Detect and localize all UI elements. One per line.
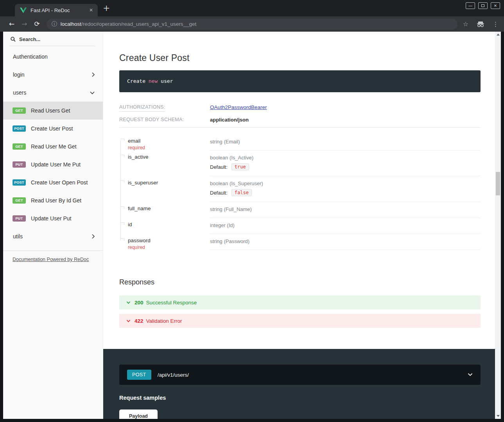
field-name: full_name	[128, 206, 151, 211]
address-bar[interactable]: ⓘ localhost/redoc#operation/read_users_a…	[47, 19, 457, 30]
field-name: password	[128, 238, 151, 243]
search-icon	[11, 37, 16, 42]
field-type: integer (Id)	[210, 218, 481, 234]
browser-toolbar: ← → ⟳ ⓘ localhost/redoc#operation/read_u…	[0, 16, 504, 32]
search-underline	[9, 46, 95, 46]
field-name: is_active	[128, 154, 149, 160]
forward-icon[interactable]: →	[22, 21, 27, 27]
method-badge-put: PUT	[13, 161, 26, 168]
default-value-chip: true	[231, 163, 249, 170]
search-row	[3, 32, 103, 42]
browser-menu-icon[interactable]: ⋮	[493, 21, 499, 28]
scroll-down-arrow[interactable]	[495, 413, 501, 419]
operation-description-code: Create new user	[119, 70, 481, 92]
tab-title: Fast API - ReDoc	[30, 7, 89, 13]
scroll-up-arrow[interactable]	[495, 32, 501, 38]
maximize-icon	[481, 4, 484, 7]
payload-tab[interactable]: Payload	[119, 409, 158, 419]
bookmark-star-icon[interactable]: ☆	[463, 20, 468, 28]
response-200-row[interactable]: 200 Successful Response	[119, 295, 481, 309]
sidebar-endpoint-read-user-by-id-get[interactable]: GET Read User By Id Get	[3, 191, 103, 209]
redoc-footer-link[interactable]: Documentation Powered by ReDoc	[13, 257, 89, 262]
search-input[interactable]	[19, 36, 86, 42]
chevron-right-icon	[91, 234, 95, 239]
sidebar-endpoint-read-users-get[interactable]: GET Read Users Get	[3, 102, 103, 120]
new-tab-button[interactable]: +	[103, 3, 110, 13]
authorizations-row: AUTHORIZATIONS: OAuth2PasswordBearer	[119, 104, 481, 110]
method-badge-get: GET	[13, 107, 26, 114]
sidebar-item-utils[interactable]: utils	[3, 227, 103, 245]
field-name: id	[128, 222, 132, 227]
site-info-icon[interactable]: ⓘ	[52, 21, 57, 28]
url-path: /redoc#operation/read_users_api_v1_users…	[81, 21, 196, 27]
browser-window: Fast API - ReDoc ✕ + — ✕ ← → ⟳ ⓘ localho…	[0, 0, 504, 422]
schema-field-id: id integer (Id)	[119, 218, 481, 234]
tab-close-icon[interactable]: ✕	[89, 7, 93, 13]
response-label: Successful Response	[146, 300, 197, 306]
method-badge-post: POST	[13, 179, 26, 186]
request-samples-panel: POST /api/v1/users/ Request samples Payl…	[103, 349, 495, 419]
responses-heading: Responses	[119, 278, 481, 286]
method-badge-post: POST	[13, 125, 26, 132]
field-name: email	[128, 138, 140, 144]
endpoint-path: /api/v1/users/	[158, 372, 189, 378]
endpoint-dropdown[interactable]: POST /api/v1/users/	[119, 365, 481, 385]
request-body-schema: email required string (Email) is_active …	[119, 134, 481, 250]
request-body-media-type: application/json	[210, 117, 249, 123]
operation-doc: Create User Post Create new user AUTHORI…	[103, 53, 495, 328]
code-keyword: new	[149, 78, 158, 84]
scrollbar-thumb[interactable]	[496, 172, 500, 195]
maximize-button[interactable]	[478, 2, 488, 9]
schema-field-password: password required string (Password)	[119, 234, 481, 250]
chevron-down-icon	[468, 373, 473, 376]
schema-field-email: email required string (Email)	[119, 134, 481, 150]
default-value-chip: false	[231, 189, 252, 196]
main-content: Create User Post Create new user AUTHORI…	[103, 32, 495, 419]
response-422-row[interactable]: 422 Validation Error	[119, 314, 481, 328]
sidebar-endpoint-update-user-me-put[interactable]: PUT Update User Me Put	[3, 156, 103, 173]
field-name: is_superuser	[128, 180, 158, 186]
page: Authentication login users GET Read User…	[3, 32, 501, 419]
request-body-row: REQUEST BODY SCHEMA: application/json	[119, 117, 481, 128]
minimize-button[interactable]: —	[466, 2, 475, 9]
sidebar-item-users[interactable]: users	[3, 84, 103, 102]
field-type: boolean (Is_Superuser) Default: false	[210, 176, 481, 202]
response-code: 422	[135, 318, 143, 324]
field-type: string (Email)	[210, 134, 481, 150]
redoc-favicon-icon	[20, 7, 27, 13]
sidebar-endpoint-update-user-put[interactable]: PUT Update User Put	[3, 209, 103, 227]
sidebar-item-login[interactable]: login	[3, 66, 103, 84]
method-badge-get: GET	[13, 143, 26, 150]
response-label: Validation Error	[146, 318, 182, 324]
method-badge-get: GET	[13, 197, 26, 204]
chevron-down-icon	[90, 91, 95, 95]
sidebar-endpoint-create-user-open-post[interactable]: POST Create User Open Post	[3, 173, 103, 191]
field-type: string (Password)	[210, 234, 481, 250]
request-body-label: REQUEST BODY SCHEMA:	[119, 117, 210, 122]
toolbar-right: ☆ ⋮	[463, 20, 499, 28]
required-flag: required	[128, 245, 210, 250]
response-code: 200	[135, 300, 143, 306]
incognito-icon	[476, 21, 485, 27]
page-scrollbar[interactable]	[495, 32, 501, 419]
sidebar-item-authentication[interactable]: Authentication	[3, 48, 103, 66]
default-value-row: Default: false	[210, 189, 481, 196]
schema-field-is-active: is_active boolean (Is_Active) Default: t…	[119, 150, 481, 176]
operation-title: Create User Post	[119, 53, 481, 63]
field-type: boolean (Is_Active) Default: true	[210, 150, 481, 176]
sidebar-endpoint-create-user-post[interactable]: POST Create User Post	[3, 120, 103, 138]
browser-tab[interactable]: Fast API - ReDoc ✕	[15, 4, 98, 16]
chevron-right-icon	[91, 72, 95, 77]
sidebar: Authentication login users GET Read User…	[3, 32, 103, 419]
request-samples-heading: Request samples	[119, 395, 481, 401]
close-button[interactable]: ✕	[491, 2, 500, 9]
reload-icon[interactable]: ⟳	[34, 21, 40, 27]
tab-strip: Fast API - ReDoc ✕ + — ✕	[0, 0, 504, 16]
back-icon[interactable]: ←	[9, 21, 14, 27]
field-type: string (Full_Name)	[210, 202, 481, 218]
oauth2-link[interactable]: OAuth2PasswordBearer	[210, 104, 267, 110]
sidebar-footer: Documentation Powered by ReDoc	[3, 251, 103, 267]
default-value-row: Default: true	[210, 163, 481, 170]
sidebar-endpoint-read-user-me-get[interactable]: GET Read User Me Get	[3, 138, 103, 156]
window-controls: — ✕	[466, 2, 500, 9]
